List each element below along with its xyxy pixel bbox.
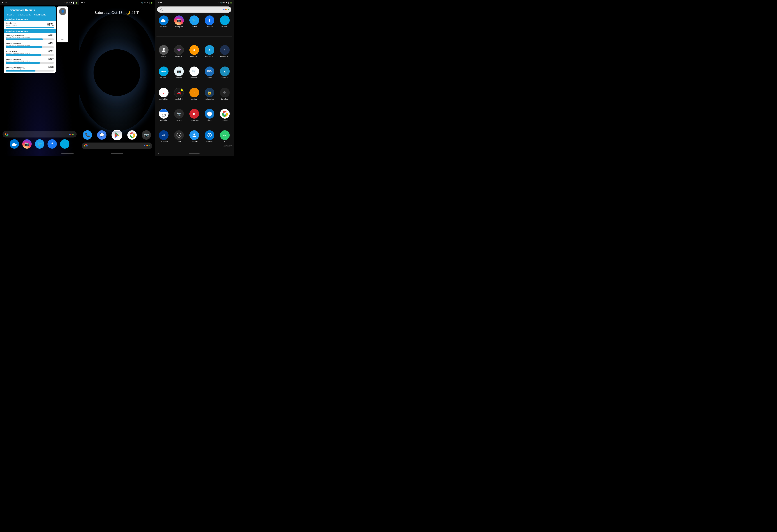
dock-app-twitter[interactable]: 🐦 — [35, 139, 44, 149]
cloud-icon-1: ☁ — [63, 2, 65, 4]
bench-menu-icon[interactable]: ⋮ — [51, 8, 53, 12]
app-icon-amazon-d: a — [205, 45, 214, 55]
nav-home-3[interactable] — [189, 153, 200, 153]
compare-top-3: Samsung Galaxy S8 Qualcomm Snapdragon 83… — [6, 58, 53, 62]
app-label-alienware: Alienware... — [175, 55, 184, 57]
app-instagram[interactable]: 📷 Instagram — [172, 15, 186, 35]
app-audible[interactable]: ♪ Audible — [187, 87, 202, 107]
dock-app-facebook[interactable]: f — [47, 139, 57, 149]
admin-svg — [161, 47, 166, 52]
nav-home-1[interactable] — [61, 153, 74, 153]
app-onedrive[interactable]: OneDrive — [156, 15, 171, 35]
app-label-contacts: Contacts — [191, 141, 198, 143]
app-calendar[interactable]: 13 Calendar — [156, 108, 171, 128]
onedrive-svg-drawer — [161, 18, 166, 22]
app-authentic[interactable]: 🔒 Authentic... — [202, 87, 217, 107]
dnd-icon-3: ⊖ — [223, 2, 225, 4]
time-2: 10:41 — [81, 1, 87, 4]
dock-search-1[interactable] — [3, 131, 77, 137]
benchmark-card[interactable]: ← Benchmark Results ⋮ RESULT SINGLE-CORE… — [4, 6, 56, 73]
app-chrome[interactable]: Chrome — [217, 108, 232, 128]
nav-back-1[interactable]: ‹ — [5, 151, 6, 155]
home-dock-camera[interactable]: 📷 — [142, 130, 151, 140]
files-card[interactable]: 👤 Files — [57, 6, 68, 42]
panel1-content: 10:42 ☁ 📳 ⊖ ▼ ▌ 🔋 ← Benchmark Results ⋮ — [0, 0, 79, 156]
dot-red-3 — [225, 9, 226, 10]
dot-blue-1 — [69, 134, 70, 135]
panel-app-drawer: 10:42 ☁ 📳 ⊖ ▼ ▌ 🔋 — [155, 0, 234, 156]
app-admin[interactable]: Admin — [156, 44, 171, 64]
compare-bar-2 — [6, 54, 53, 56]
amex-icon: AMEX — [207, 70, 212, 72]
app-label-asphalt: Asphalt 8 — [176, 98, 183, 100]
app-amex[interactable]: AMEX Amex — [202, 66, 217, 86]
dock-app-amazon-music[interactable]: ♪ — [60, 139, 70, 149]
app-amazon-k[interactable]: K Amazon K... — [217, 44, 232, 64]
files-avatar-icon: 👤 — [61, 10, 65, 13]
svg-point-5 — [179, 135, 179, 136]
app-label-capital: Capital One — [190, 119, 199, 121]
app-amazon-mu[interactable]: music Amazon... — [156, 66, 171, 86]
home-dock-messages[interactable]: 💬 — [97, 130, 106, 140]
app-amazon-app[interactable]: a Amazon A... — [187, 44, 202, 64]
app-alienware[interactable]: 👾 Alienware... — [172, 44, 186, 64]
home-dock-play[interactable] — [112, 130, 122, 140]
app-capital-one[interactable]: ▶ Capital One — [187, 108, 202, 128]
app-icon-amazon-ph: 📷 — [174, 66, 184, 76]
compare-sub-4: Samsung Exynos 8890 @ 1.6 GHz — [6, 68, 27, 70]
nav-home-2[interactable] — [111, 153, 123, 153]
app-citi[interactable]: citi Citi Mobile — [156, 130, 171, 150]
bench-tab-multicore[interactable]: MULTI-CORE — [32, 13, 47, 17]
app-asphalt8[interactable]: 🚗 8 Asphalt 8 — [172, 87, 186, 107]
panel2-content: 10:41 📳 ⊖ ▼ ▌ 🔋 Saturday, Oct 13 | 🌙 47°… — [79, 0, 155, 156]
drawer-search-bar[interactable] — [157, 6, 231, 13]
app-icon-calculator: ➕ — [220, 88, 230, 98]
compare-score-0: 6472 — [48, 34, 53, 37]
app-label-ck: CK... — [223, 141, 227, 143]
app-android-a[interactable]: ▲ Android A... — [217, 66, 232, 86]
home-dock-phone[interactable]: 📞 — [83, 130, 92, 140]
search-icon — [160, 8, 163, 11]
compare-bar-4 — [6, 70, 53, 72]
app-amazon-music-top[interactable]: ♪ Amazon... — [217, 15, 232, 35]
home-dock-chrome[interactable] — [127, 130, 137, 140]
google-g-svg — [5, 132, 9, 136]
dock-app-instagram[interactable]: 📷 — [22, 139, 32, 149]
app-cortana[interactable]: Cortana — [202, 130, 217, 150]
app-label-cortana: Cortana — [207, 141, 213, 143]
home-search-bar[interactable] — [82, 143, 152, 149]
signal-icon-1: ▌ — [73, 2, 75, 4]
app-twitter[interactable]: 🐦 Twitter — [187, 15, 202, 35]
messages-icon: 💬 — [100, 133, 104, 137]
bench-back-icon[interactable]: ← — [6, 8, 9, 12]
app-amazon-sh[interactable]: 🛒 Amazon S... — [187, 66, 202, 86]
app-chase[interactable]: Chase — [202, 108, 217, 128]
calendar-inner: 13 — [159, 109, 169, 118]
nav-back-3[interactable]: ‹ — [158, 151, 159, 155]
dock-app-onedrive[interactable] — [10, 139, 19, 149]
dot-green-3 — [228, 9, 229, 10]
app-calculator[interactable]: ➕ Calculator — [217, 87, 232, 107]
dot-yellow-2 — [147, 145, 148, 146]
files-avatar: 👤 — [59, 8, 66, 15]
app-icon-alienware: 👾 — [174, 45, 184, 55]
app-clock[interactable]: Clock — [172, 130, 186, 150]
app-icon-calendar: 13 — [159, 109, 169, 119]
wifi-icon-2: ▼ — [146, 2, 148, 4]
app-facebook[interactable]: f Facebook — [202, 15, 217, 35]
asphalt-icon: 🚗 — [177, 91, 181, 95]
app-camera[interactable]: 📷 Camera — [172, 108, 186, 128]
app-amazon-d[interactable]: a Amazon D... — [202, 44, 217, 64]
app-amazon-ph[interactable]: 📷 Amazon P... — [172, 66, 186, 86]
svg-point-1 — [131, 134, 133, 136]
bench-tab-singlecore[interactable]: SINGLE-CORE — [16, 13, 32, 17]
app-apple-music[interactable]: ♪ Apple Mu... — [156, 87, 171, 107]
app-contacts[interactable]: Contacts — [187, 130, 202, 150]
google-g-svg-2 — [84, 144, 88, 148]
app-icon-amazon-music-top: ♪ — [220, 15, 230, 25]
compare-bar-fill-3 — [6, 62, 40, 63]
status-icons-3: ☁ 📳 ⊖ ▼ ▌ 🔋 — [218, 2, 232, 4]
bench-tab-result[interactable]: RESULT — [6, 13, 16, 17]
dot-green-2 — [148, 145, 150, 146]
bench-body: Multi-Core Comparison Your Device Google… — [4, 17, 56, 73]
